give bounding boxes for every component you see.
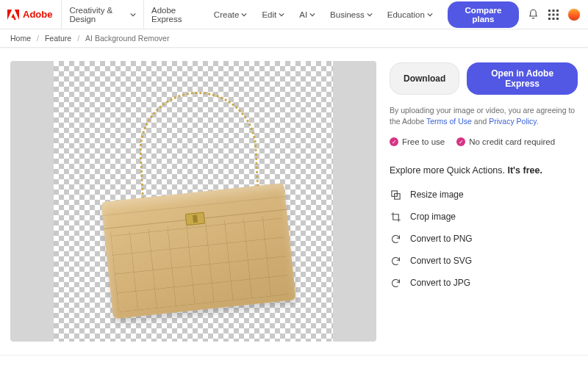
quick-action-label: Crop image <box>410 212 456 222</box>
terms-of-use-link[interactable]: Terms of Use <box>426 117 472 126</box>
explore-free: It's free. <box>507 165 542 176</box>
app-launcher-icon[interactable] <box>548 8 559 21</box>
svg-rect-4 <box>552 13 554 15</box>
side-panel: Download Open in Adobe Express By upload… <box>390 61 578 342</box>
svg-rect-2 <box>556 10 559 12</box>
nav-label: Creativity & Design <box>69 6 128 24</box>
privacy-policy-link[interactable]: Privacy Policy <box>489 117 537 126</box>
nav-label: Adobe Express <box>151 6 199 24</box>
quick-action-label: Convert to JPG <box>410 278 470 288</box>
badge-label: Free to use <box>402 137 445 146</box>
chevron-down-icon <box>309 10 315 19</box>
convert-icon <box>390 233 401 245</box>
crop-icon <box>390 211 401 223</box>
breadcrumb-current: AI Background Remover <box>85 34 169 43</box>
notifications-icon[interactable] <box>528 8 539 21</box>
svg-rect-3 <box>548 13 551 15</box>
convert-icon <box>390 277 401 289</box>
nav-creativity[interactable]: Creativity & Design <box>62 0 144 29</box>
consent-suffix: . <box>537 117 539 126</box>
quick-action-svg[interactable]: Convert to SVG <box>390 255 578 267</box>
brand-name: Adobe <box>23 9 52 20</box>
quick-action-crop[interactable]: Crop image <box>390 211 578 223</box>
chevron-down-icon <box>130 10 136 19</box>
svg-rect-5 <box>556 13 559 15</box>
chevron-down-icon <box>367 10 373 19</box>
download-button[interactable]: Download <box>390 62 459 95</box>
upload-consent-text: By uploading your image or video, you ar… <box>390 105 578 127</box>
compare-plans-button[interactable]: Compare plans <box>448 1 519 28</box>
svg-rect-8 <box>556 18 559 20</box>
nav-ai[interactable]: AI <box>292 0 323 29</box>
svg-rect-1 <box>552 10 554 12</box>
main-content: Download Open in Adobe Express By upload… <box>0 48 588 350</box>
result-canvas <box>10 61 376 342</box>
brand-logo-block[interactable]: Adobe <box>7 0 62 29</box>
breadcrumb-separator: / <box>77 34 79 43</box>
nav-adobe-express[interactable]: Adobe Express <box>144 0 207 29</box>
result-image <box>90 84 296 320</box>
badge-label: No credit card required <box>469 137 555 146</box>
check-icon: ✓ <box>456 137 465 146</box>
badge-free: ✓ Free to use <box>390 137 445 146</box>
svg-rect-7 <box>552 18 554 20</box>
svg-rect-6 <box>548 18 551 20</box>
resize-icon <box>390 189 401 201</box>
chevron-down-icon <box>427 10 433 19</box>
quick-action-resize[interactable]: Resize image <box>390 189 578 201</box>
adobe-logo-icon <box>7 10 19 20</box>
footer-divider <box>0 355 588 356</box>
quick-action-jpg[interactable]: Convert to JPG <box>390 277 578 289</box>
consent-and: and <box>472 117 489 126</box>
breadcrumb-feature[interactable]: Feature <box>45 34 71 43</box>
badge-no-card: ✓ No credit card required <box>456 137 555 146</box>
transparent-background <box>54 61 333 342</box>
benefit-badges: ✓ Free to use ✓ No credit card required <box>390 137 578 146</box>
breadcrumb: Home / Feature / AI Background Remover <box>0 29 588 48</box>
explore-text: Explore more Quick Actions. <box>390 165 507 176</box>
chevron-down-icon <box>241 10 247 19</box>
quick-action-label: Convert to PNG <box>410 234 473 244</box>
quick-action-label: Convert to SVG <box>410 256 472 266</box>
open-in-express-button[interactable]: Open in Adobe Express <box>467 62 578 95</box>
quick-action-label: Resize image <box>410 190 464 200</box>
explore-heading: Explore more Quick Actions. It's free. <box>390 165 578 176</box>
nav-label: Education <box>387 10 425 19</box>
quick-action-png[interactable]: Convert to PNG <box>390 233 578 245</box>
nav-label: AI <box>299 10 307 19</box>
breadcrumb-separator: / <box>37 34 39 43</box>
nav-label: Edit <box>262 10 276 19</box>
svg-rect-0 <box>548 10 551 12</box>
nav-label: Business <box>330 10 365 19</box>
nav-business[interactable]: Business <box>323 0 380 29</box>
check-icon: ✓ <box>390 137 398 146</box>
nav-label: Create <box>214 10 240 19</box>
convert-icon <box>390 255 401 267</box>
quick-actions-list: Resize image Crop image Convert to PNG C… <box>390 189 578 289</box>
nav-edit[interactable]: Edit <box>254 0 292 29</box>
user-avatar[interactable] <box>567 8 581 21</box>
nav-create[interactable]: Create <box>207 0 255 29</box>
action-buttons: Download Open in Adobe Express <box>390 62 578 95</box>
top-bar: Adobe Creativity & Design Adobe Express … <box>0 0 588 29</box>
nav-education[interactable]: Education <box>380 0 440 29</box>
chevron-down-icon <box>279 10 284 19</box>
breadcrumb-home[interactable]: Home <box>10 34 31 43</box>
